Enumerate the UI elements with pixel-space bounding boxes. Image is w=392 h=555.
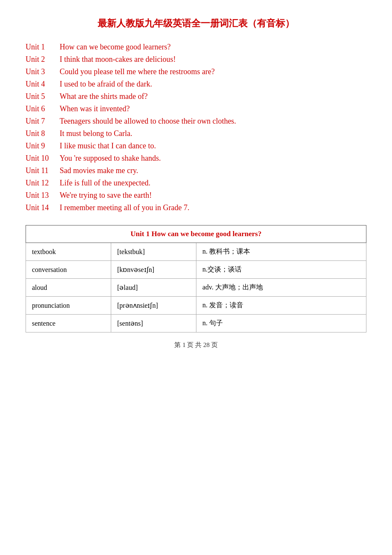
unit-title: When was it invented? — [60, 104, 130, 113]
unit-label: Unit 14 — [26, 203, 60, 212]
table-cell-phonetic: [əlaud] — [111, 279, 196, 297]
unit-item: Unit 5What are the shirts made of? — [26, 92, 366, 101]
table-cell-phonetic: [kɒnvəseɪʃn] — [111, 261, 196, 279]
table-cell-phonetic: [prənʌnsieɪʃn] — [111, 297, 196, 315]
table-row: sentence[sentəns]n. 句子 — [26, 315, 366, 332]
table-cell-definition: n. 教科书；课本 — [196, 243, 366, 261]
unit-title: What are the shirts made of? — [60, 92, 147, 101]
unit-item: Unit 4I used to be afraid of the dark. — [26, 80, 366, 89]
unit-label: Unit 7 — [26, 117, 60, 126]
page-title: 最新人教版九年级英语全一册词汇表（有音标） — [26, 17, 366, 30]
unit-title: I remember meeting all of you in Grade 7… — [60, 203, 189, 212]
table-cell-word: conversation — [26, 261, 111, 279]
unit-label: Unit 2 — [26, 55, 60, 64]
unit-title: You 're supposed to shake hands. — [60, 154, 161, 163]
vocab-table: Unit 1 How can we become good learners? … — [26, 225, 366, 332]
unit-item: Unit 13We're trying to save the earth! — [26, 191, 366, 200]
table-cell-definition: n.交谈；谈话 — [196, 261, 366, 279]
unit-label: Unit 8 — [26, 129, 60, 138]
unit-label: Unit 13 — [26, 191, 60, 200]
table-cell-definition: n. 发音；读音 — [196, 297, 366, 315]
unit-label: Unit 4 — [26, 80, 60, 89]
unit-title: I used to be afraid of the dark. — [60, 80, 152, 89]
table-row: pronunciation[prənʌnsieɪʃn]n. 发音；读音 — [26, 297, 366, 315]
unit-title: I think that moon-cakes are delicious! — [60, 55, 176, 64]
unit-item: Unit 11Sad movies make me cry. — [26, 166, 366, 175]
page-footer: 第 1 页 共 28 页 — [26, 341, 366, 349]
table-cell-word: sentence — [26, 315, 111, 332]
unit-item: Unit 6When was it invented? — [26, 104, 366, 113]
unit-item: Unit 8It must belong to Carla. — [26, 129, 366, 138]
table-cell-word: pronunciation — [26, 297, 111, 315]
table-row: conversation[kɒnvəseɪʃn]n.交谈；谈话 — [26, 261, 366, 279]
unit-title: We're trying to save the earth! — [60, 191, 152, 200]
unit-item: Unit 2I think that moon-cakes are delici… — [26, 55, 366, 64]
table-cell-definition: n. 句子 — [196, 315, 366, 332]
unit-item: Unit 1How can we become good learners? — [26, 43, 366, 52]
unit-label: Unit 11 — [26, 166, 60, 175]
unit-item: Unit 9I like music that I can dance to. — [26, 142, 366, 150]
unit-label: Unit 1 — [26, 43, 60, 52]
unit-title: How can we become good learners? — [60, 43, 170, 52]
table-cell-word: textbook — [26, 243, 111, 261]
table-row: aloud[əlaud]adv. 大声地；出声地 — [26, 279, 366, 297]
unit-title: Could you please tell me where the restr… — [60, 67, 215, 76]
unit-label: Unit 6 — [26, 104, 60, 113]
unit-item: Unit 10You 're supposed to shake hands. — [26, 154, 366, 163]
unit-item: Unit 3Could you please tell me where the… — [26, 67, 366, 76]
unit-title: It must belong to Carla. — [60, 129, 132, 138]
table-cell-definition: adv. 大声地；出声地 — [196, 279, 366, 297]
unit-label: Unit 12 — [26, 179, 60, 188]
unit-item: Unit 12Life is full of the unexpected. — [26, 179, 366, 188]
vocab-table-header: Unit 1 How can we become good learners? — [26, 225, 366, 243]
table-cell-word: aloud — [26, 279, 111, 297]
unit-title: Life is full of the unexpected. — [60, 179, 150, 188]
unit-label: Unit 9 — [26, 142, 60, 150]
unit-title: Teenagers should be allowed to choose th… — [60, 117, 236, 126]
unit-list: Unit 1How can we become good learners?Un… — [26, 43, 366, 212]
unit-label: Unit 10 — [26, 154, 60, 163]
unit-title: I like music that I can dance to. — [60, 142, 156, 150]
table-row: textbook[tekstbuk]n. 教科书；课本 — [26, 243, 366, 261]
unit-item: Unit 14I remember meeting all of you in … — [26, 203, 366, 212]
table-cell-phonetic: [sentəns] — [111, 315, 196, 332]
unit-item: Unit 7Teenagers should be allowed to cho… — [26, 117, 366, 126]
unit-label: Unit 3 — [26, 67, 60, 76]
unit-label: Unit 5 — [26, 92, 60, 101]
table-cell-phonetic: [tekstbuk] — [111, 243, 196, 261]
unit-title: Sad movies make me cry. — [60, 166, 138, 175]
